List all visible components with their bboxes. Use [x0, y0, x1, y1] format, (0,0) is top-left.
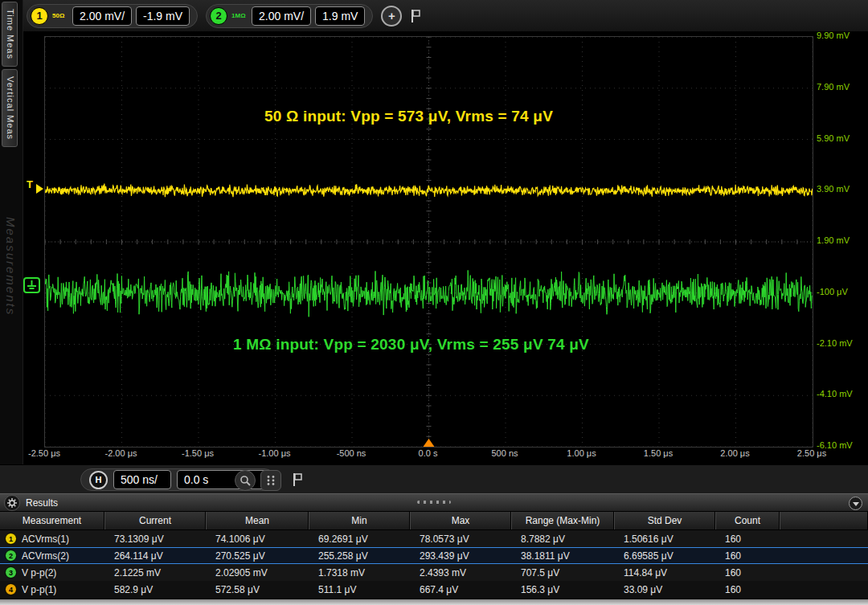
channel-toolbar: 1 50Ω 2.00 mV/ -1.9 mV 2 1MΩ 2.00 mV/ 1.…: [23, 0, 868, 32]
value-cell: 2.4393 mV: [410, 567, 511, 578]
x-axis-label: 1.00 μs: [567, 448, 596, 458]
value-cell: 114.84 μV: [614, 567, 715, 578]
channel-2-badge[interactable]: 2: [210, 7, 227, 25]
value-cell: 1.50616 μV: [614, 533, 715, 545]
value-cell: 2.02905 mV: [206, 567, 309, 578]
channel-1-scale-field[interactable]: 2.00 mV/: [72, 6, 132, 26]
column-header-filler: [780, 512, 868, 529]
value-cell: 156.3 μV: [511, 584, 614, 595]
measurement-badge: 4: [5, 583, 17, 595]
value-cell: 160: [715, 533, 780, 545]
measurement-name: V p-p(1): [22, 584, 56, 595]
tab-time-meas[interactable]: Time Meas: [2, 2, 18, 67]
measurement-badge: 1: [5, 533, 17, 545]
table-row[interactable]: 1ACVrms(1)73.1309 μV74.1006 μV69.2691 μV…: [0, 530, 868, 547]
graticule-and-traces: [45, 37, 813, 447]
value-cell: 1.7318 mV: [309, 567, 410, 578]
column-header-min[interactable]: Min: [309, 512, 410, 529]
column-header-measurement[interactable]: Measurement: [0, 512, 104, 529]
trigger-position-marker[interactable]: [424, 439, 435, 447]
x-axis-label: -1.50 μs: [182, 448, 214, 458]
column-header-mean[interactable]: Mean: [206, 512, 309, 529]
panel-drag-handle[interactable]: [417, 501, 451, 504]
value-cell: 6.69585 μV: [614, 550, 715, 562]
results-table-header: MeasurementCurrentMeanMinMaxRange (Max-M…: [0, 512, 868, 530]
x-axis-label: -2.50 μs: [28, 448, 60, 458]
value-cell: 667.4 μV: [410, 584, 511, 595]
pan-zoom-icon[interactable]: [235, 470, 256, 491]
gear-icon[interactable]: [4, 495, 20, 511]
value-cell: 78.0573 μV: [410, 533, 511, 545]
measurement-cell: 1ACVrms(1): [0, 533, 104, 545]
channel-2-annotation: 1 MΩ input: Vpp = 2030 μV, Vrms = 255 μV…: [27, 336, 795, 354]
measurement-cell: 2ACVrms(2): [0, 550, 104, 562]
horizontal-bar: H 500 ns/ 0.0 s: [0, 464, 868, 494]
left-sidebar: Time Meas Vertical Meas Measurements: [0, 0, 23, 464]
results-table-body: 1ACVrms(1)73.1309 μV74.1006 μV69.2691 μV…: [0, 530, 868, 598]
probe-flag-icon[interactable]: [410, 8, 421, 24]
add-channel-icon[interactable]: +: [381, 6, 402, 27]
ground-symbol-icon: [27, 280, 37, 290]
channel-1-annotation: 50 Ω input: Vpp = 573 μV, Vrms = 74 μV: [25, 108, 792, 125]
x-axis-label: 1.50 μs: [644, 448, 673, 458]
column-header-range-max-min-[interactable]: Range (Max-Min): [511, 512, 614, 529]
value-cell: 74.1006 μV: [206, 533, 309, 545]
tab-vertical-meas[interactable]: Vertical Meas: [2, 69, 18, 147]
value-cell: 73.1309 μV: [104, 533, 206, 545]
oscilloscope-app: Time Meas Vertical Meas Measurements » 1…: [0, 0, 868, 605]
channel-1-offset-field[interactable]: -1.9 mV: [136, 6, 190, 26]
table-row[interactable]: 4V p-p(1)582.9 μV572.58 μV511.1 μV667.4 …: [0, 581, 868, 598]
measurement-name: ACVrms(2): [22, 550, 69, 562]
value-cell: 264.114 μV: [104, 550, 206, 562]
column-header-std-dev[interactable]: Std Dev: [614, 512, 715, 529]
collapse-results-icon[interactable]: [849, 497, 862, 510]
results-panel: Results MeasurementCurrentMeanMinMaxRang…: [0, 493, 868, 599]
channel-1-badge[interactable]: 1: [31, 7, 48, 25]
y-axis-label: 7.90 mV: [817, 82, 850, 92]
timebase-field[interactable]: 500 ns/: [113, 470, 171, 489]
measurements-watermark: Measurements: [4, 217, 18, 316]
measurement-badge: 3: [5, 566, 17, 578]
measurement-name: ACVrms(1): [22, 533, 69, 545]
y-axis-label: 1.90 mV: [817, 235, 850, 245]
x-axis-label: -500 ns: [337, 448, 366, 458]
y-axis-label: 3.90 mV: [817, 184, 850, 194]
value-cell: 69.2691 μV: [309, 533, 410, 545]
results-title: Results: [26, 497, 58, 509]
value-cell: 2.1225 mV: [104, 567, 206, 578]
horizontal-menu-button[interactable]: H: [89, 471, 108, 489]
column-header-count[interactable]: Count: [715, 512, 780, 529]
value-cell: 33.09 μV: [614, 584, 715, 595]
value-cell: 8.7882 μV: [511, 533, 614, 545]
value-cell: 160: [715, 567, 780, 578]
dots-menu-icon[interactable]: [260, 470, 281, 491]
column-header-max[interactable]: Max: [410, 512, 511, 529]
window-edge-strip: [0, 599, 868, 605]
x-axis-label: 500 ns: [491, 448, 518, 458]
channel-2-offset-field[interactable]: 1.9 mV: [315, 6, 365, 26]
value-cell: 582.9 μV: [104, 584, 206, 595]
value-cell: 572.58 μV: [206, 584, 309, 595]
y-axis-label: 9.90 mV: [817, 31, 850, 40]
channel-2-scale-field[interactable]: 2.00 mV/: [252, 6, 311, 26]
table-row[interactable]: 3V p-p(2)2.1225 mV2.02905 mV1.7318 mV2.4…: [0, 564, 868, 581]
table-row[interactable]: 2ACVrms(2)264.114 μV270.525 μV255.258 μV…: [0, 547, 868, 564]
value-cell: 707.5 μV: [511, 567, 614, 578]
measurement-cell: 3V p-p(2): [0, 566, 104, 578]
probe-flag-icon[interactable]: [288, 470, 307, 489]
measurement-name: V p-p(2): [22, 567, 56, 578]
measurement-cell: 4V p-p(1): [0, 583, 104, 595]
channel-2-ground-marker[interactable]: [23, 277, 40, 293]
channel-2-impedance: 1MΩ: [231, 12, 248, 19]
trigger-level-label: T: [27, 178, 33, 190]
value-cell: 511.1 μV: [309, 584, 410, 595]
column-header-current[interactable]: Current: [104, 512, 206, 529]
y-axis-label: -2.10 mV: [817, 338, 853, 348]
value-cell: 270.525 μV: [206, 550, 309, 562]
channel-1-ground-marker[interactable]: [36, 184, 43, 194]
results-header: Results: [0, 493, 868, 512]
channel-2-controls: 2 1MΩ 2.00 mV/ 1.9 mV: [206, 4, 373, 28]
y-axis-label: 5.90 mV: [817, 133, 850, 143]
x-axis-label: 0.0 s: [419, 448, 438, 458]
value-cell: 160: [715, 550, 780, 562]
